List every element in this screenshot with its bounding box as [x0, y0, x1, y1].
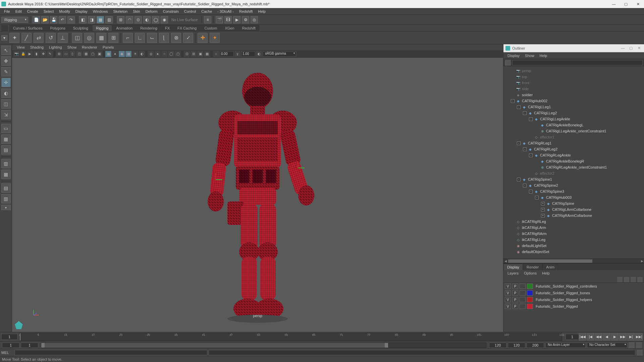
shelf-tab-redshift[interactable]: Redshift [238, 25, 259, 31]
menu-display[interactable]: Display [73, 9, 90, 14]
outliner-menu-help[interactable]: Help [537, 53, 550, 58]
playback-go-end-button[interactable]: ▶▶| [635, 333, 643, 341]
time-track[interactable]: 1511172329354147535965717783899510110711… [19, 333, 562, 341]
isolate-icon[interactable]: ◎ [148, 51, 154, 57]
outliner-node[interactable]: -◆CATRigHub002 [504, 98, 643, 104]
layer-visibility-toggle[interactable]: V [505, 284, 511, 289]
undo-button[interactable]: ↶ [59, 16, 66, 23]
menu-control[interactable]: Control [181, 9, 199, 14]
outliner-node[interactable]: ◇ikCATRigLArm [504, 225, 643, 231]
scroll-left-icon[interactable]: ◀ [503, 259, 507, 263]
gamma-field[interactable] [241, 51, 255, 57]
shelf-tab-fx-caching[interactable]: FX Caching [174, 25, 200, 31]
outliner-node[interactable]: ◆CATRigAnkleBonelegL [504, 122, 643, 128]
last-tool[interactable]: ⇲ [1, 110, 11, 119]
outliner-node[interactable]: ◇ikCATRigRLeg [504, 219, 643, 225]
outliner-node[interactable]: ◇ikCATRigRArm [504, 231, 643, 237]
cmd-input[interactable] [15, 350, 207, 355]
menu-edit[interactable]: Edit [13, 9, 24, 14]
range-slider[interactable]: No Anim Layer No Character Set [0, 341, 644, 349]
quick-rig-icon[interactable]: ✚ [198, 33, 208, 43]
outliner-node[interactable]: ◇effector2 [504, 170, 643, 176]
layer-visibility-toggle[interactable]: V [505, 304, 511, 309]
layout-threea-icon[interactable]: ▦ [1, 170, 11, 179]
maximize-button[interactable]: ▢ [621, 1, 631, 7]
range-end-inner-field[interactable] [489, 343, 506, 348]
constraint-parent-icon[interactable]: ⌙ [147, 33, 157, 43]
layer-color-swatch[interactable] [527, 297, 533, 302]
menu-skeleton[interactable]: Skeleton [110, 9, 130, 14]
menu-create[interactable]: Create [24, 9, 41, 14]
layer-visibility-toggle[interactable]: V [505, 290, 511, 296]
outliner-node[interactable]: -◆CATRigRLeg2 [504, 146, 643, 152]
menu-deform[interactable]: Deform [143, 9, 160, 14]
layer-display-type-toggle[interactable] [520, 304, 526, 309]
layers-tab-display[interactable]: Display [503, 264, 523, 270]
snap-grid-button[interactable]: ⊞ [117, 16, 124, 23]
range-start-outer-field[interactable] [2, 343, 19, 348]
render-sequence-button[interactable]: ▶ [233, 16, 240, 23]
insert-joint-icon[interactable]: ╱ [21, 33, 32, 43]
layers-menu-help[interactable]: Help [539, 270, 552, 276]
rotate-tool[interactable]: ◐ [1, 88, 11, 98]
lasso-tool[interactable]: ✥ [1, 56, 11, 66]
playback-key-back-button[interactable]: ◀◀ [595, 333, 602, 341]
menu-help[interactable]: Help [255, 9, 268, 14]
outliner-node[interactable]: +◆CATRigLArmCollarbone [504, 206, 643, 213]
scroll-right-icon[interactable]: ▶ [640, 259, 644, 263]
character-set-dropdown[interactable]: No Character Set [587, 343, 627, 348]
motion-blur-icon[interactable]: ○ [161, 51, 167, 57]
paint-select-tool[interactable]: ✎ [1, 67, 11, 76]
menu-windows[interactable]: Windows [90, 9, 111, 14]
layout-four-icon[interactable]: ▦ [1, 134, 11, 144]
outliner-node[interactable]: ◉defaultLightSet [504, 243, 643, 249]
outliner-node[interactable]: -◆CATRigRLegAnkle [504, 152, 643, 158]
playback-step-back-button[interactable]: |◀ [587, 333, 594, 341]
outliner-node[interactable]: ◆CATRigAnkleBonelegR [504, 158, 643, 164]
ao-icon[interactable]: ● [155, 51, 161, 57]
shelf-tab-xgen[interactable]: XGen [221, 25, 238, 31]
detach-skin-icon[interactable]: ◎ [84, 33, 94, 43]
new-scene-button[interactable]: 📄 [33, 16, 40, 23]
viewport-persp[interactable]: persp [12, 58, 503, 332]
outliner-node[interactable]: +◆CATRigSpine [504, 200, 643, 206]
safe-action-icon[interactable]: ▢ [90, 51, 96, 57]
safe-title-icon[interactable]: ▣ [96, 51, 102, 57]
playback-go-start-button[interactable]: |◀◀ [579, 333, 586, 341]
textured-icon[interactable]: ▩ [125, 51, 131, 57]
current-frame-field[interactable] [566, 334, 579, 340]
layer-row[interactable]: VPFuturistic_Soldier_Rigged_helpers [503, 296, 644, 303]
scale-tool[interactable]: ◫ [1, 99, 11, 109]
layout-threeb-icon[interactable]: ▤ [1, 183, 11, 193]
camera-select-icon[interactable]: 📷 [13, 51, 19, 57]
range-end-outer-field[interactable] [508, 343, 525, 348]
2d-pan-icon[interactable]: ✥ [40, 51, 46, 57]
layer-playback-toggle[interactable]: P [512, 304, 518, 309]
close-button[interactable]: ✕ [633, 1, 643, 7]
menu-modify[interactable]: Modify [56, 9, 72, 14]
shelf-tab-sculpting[interactable]: Sculpting [69, 25, 92, 31]
layout-more-icon[interactable]: ▾ [1, 205, 11, 210]
expand-toggle[interactable]: + [541, 208, 545, 212]
viewport-xray-icon[interactable]: ▣ [197, 51, 203, 57]
range-end-handle[interactable] [385, 343, 388, 348]
expand-toggle[interactable]: - [529, 190, 533, 193]
save-scene-button[interactable]: 💾 [50, 16, 57, 23]
bookmark-icon[interactable]: ▶ [27, 51, 33, 57]
dof-icon[interactable]: ◯ [168, 51, 174, 57]
outliner-node[interactable]: -◆CATRigHub003 [504, 194, 643, 200]
expand-toggle[interactable]: - [535, 196, 539, 199]
scroll-thumb[interactable] [508, 259, 592, 263]
outliner-node[interactable]: -◆CATRigRLeg1 [504, 140, 643, 146]
exposure-icon[interactable]: ☼ [213, 51, 219, 57]
layer-color-swatch[interactable] [527, 284, 533, 289]
outliner-node[interactable]: 📷side [504, 86, 643, 92]
range-start-handle[interactable] [41, 343, 45, 348]
live-surface-button[interactable]: ◉ [161, 16, 168, 23]
panel-menu-renderer[interactable]: Renderer [79, 45, 100, 50]
expand-toggle[interactable]: - [529, 154, 533, 157]
menu-select[interactable]: Select [41, 9, 57, 14]
range-track[interactable] [41, 343, 486, 348]
select-component-button[interactable]: ▦ [97, 16, 104, 23]
gamma-icon[interactable]: γ [234, 51, 240, 57]
